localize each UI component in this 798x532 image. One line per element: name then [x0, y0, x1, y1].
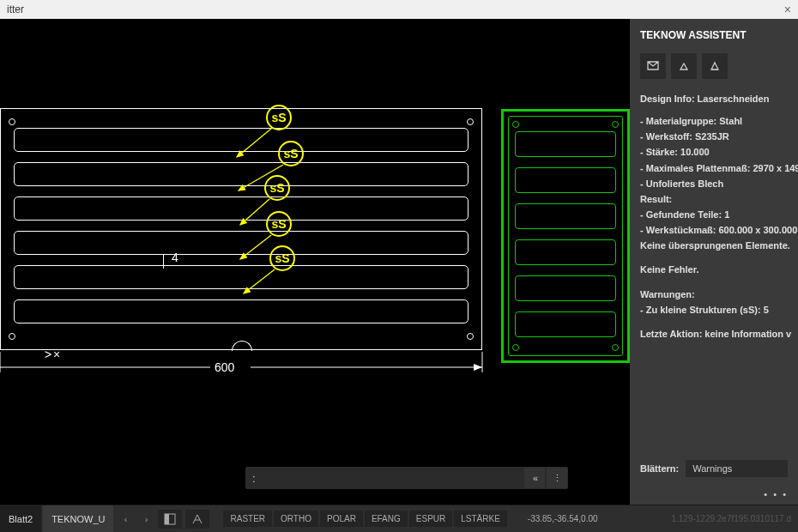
- toggle-polar[interactable]: POLAR: [320, 511, 363, 527]
- dimension-label-600: 600: [215, 360, 234, 374]
- dimension-label-4: 4: [172, 251, 178, 264]
- drawing-canvas[interactable]: sS sS sS sS sS 4 >: [0, 19, 630, 505]
- toggle-lstaerke[interactable]: LSTÄRKE: [454, 511, 507, 527]
- assistant-panel: TEKNOW ASSISTENT Design Info: Laserschne…: [630, 19, 798, 505]
- window-title: itter: [7, 3, 24, 15]
- info-unlaminated: - Unfoliertes Blech: [640, 176, 788, 191]
- layout-icon-2[interactable]: [185, 510, 209, 529]
- assistant-action-3-icon[interactable]: [702, 53, 728, 79]
- assistant-title: TEKNOW ASSISTENT: [640, 29, 747, 41]
- result-heading: Result:: [640, 191, 788, 207]
- warning-ss: - Zu kleine Strukturen (sS): 5: [640, 302, 788, 317]
- warning-marker-ss[interactable]: sS: [269, 245, 295, 271]
- main-area: sS sS sS sS sS 4 >: [0, 19, 798, 505]
- warning-marker-ss[interactable]: sS: [266, 105, 292, 130]
- toggle-efang[interactable]: EFANG: [365, 511, 408, 527]
- result-found-parts: - Gefundene Teile: 1: [640, 207, 788, 222]
- warnings-heading: Warnungen:: [640, 287, 788, 302]
- tab-teknow[interactable]: TEKNOW_U: [43, 505, 113, 532]
- status-bar: Blatt2 TEKNOW_U ‹ › RASTER ORTHO POLAR E…: [0, 505, 798, 532]
- browse-dropdown[interactable]: Warnings: [686, 460, 788, 477]
- layout-icon-1[interactable]: [158, 510, 182, 529]
- warning-marker-ss[interactable]: sS: [264, 175, 290, 201]
- assistant-action-2-icon[interactable]: [671, 53, 697, 79]
- no-errors: Keine Fehler.: [640, 262, 788, 277]
- warning-marker-ss[interactable]: sS: [278, 141, 304, 166]
- tab-next-icon[interactable]: ›: [136, 514, 156, 524]
- panel-drag-handle-icon[interactable]: • • •: [630, 489, 798, 505]
- close-icon[interactable]: ×: [784, 3, 791, 16]
- info-material: - Werkstoff: S235JR: [640, 129, 788, 144]
- main-part-drawing: [0, 108, 482, 350]
- toggle-ortho[interactable]: ORTHO: [274, 511, 318, 527]
- design-info-heading: Design Info: Laserschneiden: [640, 91, 788, 106]
- info-max-plate: - Maximales Plattenmaß: 2970 x 149: [640, 160, 788, 176]
- result-piece-dim: - Werkstückmaß: 600.000 x 300.000: [640, 222, 788, 238]
- command-bar[interactable]: : « ⋮: [245, 467, 568, 489]
- browse-value: Warnings: [692, 463, 732, 474]
- command-history-icon[interactable]: «: [524, 468, 545, 488]
- command-prompt[interactable]: :: [245, 472, 523, 485]
- cursor-coordinates: -33.85,-36.54,0.00: [528, 514, 598, 523]
- result-part-preview: [501, 109, 630, 363]
- browse-label: Blättern:: [640, 463, 679, 474]
- command-menu-icon[interactable]: ⋮: [547, 468, 567, 488]
- toggle-espur[interactable]: ESPUR: [409, 511, 452, 527]
- last-action: Letzte Aktion: keine Information v: [640, 326, 788, 342]
- build-string: 1.129-1229.2e7f195.0310117.d: [671, 514, 791, 523]
- info-material-group: - Materialgruppe: Stahl: [640, 113, 788, 129]
- assistant-action-1-icon[interactable]: [640, 53, 666, 79]
- toggle-raster[interactable]: RASTER: [223, 511, 272, 527]
- tab-blatt2[interactable]: Blatt2: [0, 505, 41, 532]
- tab-prev-icon[interactable]: ‹: [115, 514, 136, 524]
- result-skipped: Keine übersprungenen Elemente.: [640, 238, 788, 253]
- warning-marker-ss[interactable]: sS: [266, 211, 292, 237]
- svg-rect-12: [165, 514, 169, 524]
- title-bar: itter ×: [0, 0, 798, 19]
- info-thickness: - Stärke: 10.000: [640, 144, 788, 160]
